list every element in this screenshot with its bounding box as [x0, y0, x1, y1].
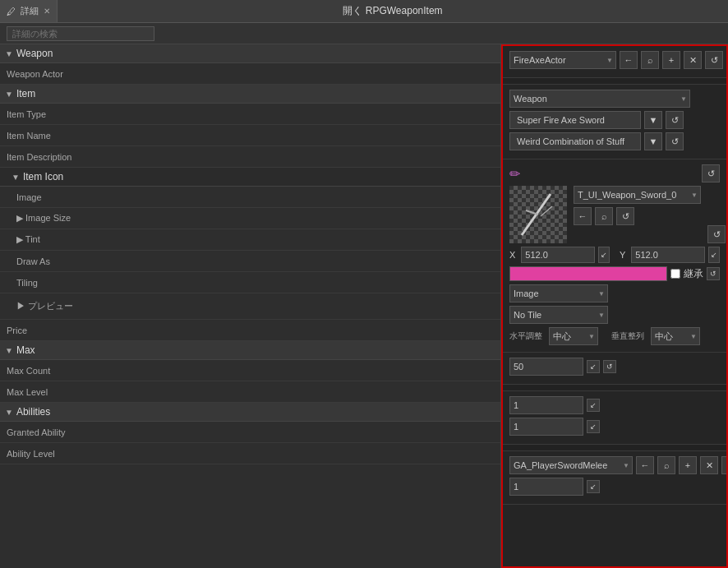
- detail-tab[interactable]: 🖊 詳細 ✕: [0, 0, 58, 22]
- granted-ability-add-button[interactable]: +: [679, 456, 697, 474]
- texture-dropdown-wrapper[interactable]: T_UI_Weapon_Sword_0: [574, 186, 701, 204]
- abilities-section: GA_PlayerSwordMelee ← ⌕ + ✕ ↺ ↙: [503, 451, 726, 505]
- tab-close-button[interactable]: ✕: [44, 7, 50, 16]
- price-label: Price: [7, 326, 171, 335]
- align-v-label: 垂直整列: [611, 330, 644, 342]
- item-name-label: Item Name: [7, 131, 171, 141]
- max-level-input[interactable]: [509, 418, 583, 436]
- search-bar: [0, 23, 728, 44]
- image-label: Image: [7, 192, 171, 202]
- ability-level-input[interactable]: [509, 478, 583, 496]
- texture-reset-button[interactable]: ↺: [616, 207, 634, 225]
- search-input[interactable]: [7, 26, 154, 41]
- align-v-dropdown[interactable]: 中心: [651, 327, 700, 345]
- price-control-row: ↙ ↺: [509, 358, 720, 376]
- granted-ability-clear-button[interactable]: ✕: [700, 456, 718, 474]
- svg-line-2: [541, 206, 552, 216]
- granted-ability-dropdown[interactable]: GA_PlayerSwordMelee: [509, 456, 633, 474]
- max-count-reset-button[interactable]: ↙: [587, 399, 600, 412]
- item-section-header[interactable]: ▼ Item: [0, 85, 500, 104]
- item-type-dropdown-wrapper[interactable]: Weapon: [509, 90, 690, 108]
- x-reset-button[interactable]: ↙: [598, 247, 610, 263]
- item-description-expand-button[interactable]: ▼: [644, 132, 662, 150]
- weapon-actor-row: Weapon Actor: [0, 63, 500, 85]
- item-type-label: Item Type: [7, 109, 171, 119]
- preview-label: ▶ プレビュー: [7, 300, 171, 312]
- item-description-reset-button[interactable]: ↺: [666, 132, 684, 150]
- item-description-row: Item Description: [0, 146, 500, 168]
- ability-level-reset-button[interactable]: ↙: [587, 480, 600, 493]
- tiling-dropdown-wrapper[interactable]: No Tile: [509, 306, 608, 324]
- max-arrow-icon: ▼: [5, 346, 13, 355]
- abilities-section-label: Abilities: [16, 406, 50, 418]
- item-type-dropdown[interactable]: Weapon: [509, 90, 690, 108]
- x-label: X: [509, 250, 518, 260]
- weapon-actor-dropdown[interactable]: FireAxeActor: [509, 51, 616, 69]
- granted-ability-dropdown-wrapper[interactable]: GA_PlayerSwordMelee: [509, 456, 633, 474]
- max-section-header[interactable]: ▼ Max: [0, 341, 500, 360]
- max-count-row: Max Count: [0, 360, 500, 381]
- draw-as-dropdown-wrapper[interactable]: Image: [509, 284, 608, 302]
- align-h-label: 水平調整: [509, 330, 542, 342]
- granted-ability-label: Granted Ability: [7, 427, 171, 437]
- price-restore-button[interactable]: ↺: [603, 360, 616, 373]
- left-panel: ▼ Weapon Weapon Actor ▼ Item Item Type I…: [0, 44, 501, 568]
- texture-back-button[interactable]: ←: [574, 207, 592, 225]
- divider-2: [503, 385, 726, 391]
- item-icon-section-label: Item Icon: [23, 171, 63, 182]
- max-count-input[interactable]: [509, 396, 583, 414]
- align-h-dropdown-wrapper[interactable]: 中心: [549, 327, 598, 345]
- tiling-dropdown[interactable]: No Tile: [509, 306, 608, 324]
- granted-ability-row: Granted Ability: [0, 422, 500, 443]
- item-name-reset-button[interactable]: ↺: [666, 111, 684, 129]
- max-level-control-row: ↙: [509, 418, 720, 436]
- item-name-value[interactable]: Super Fire Axe Sword: [509, 111, 641, 129]
- align-h-dropdown[interactable]: 中心: [549, 327, 598, 345]
- price-input[interactable]: [509, 358, 583, 376]
- item-type-control-row: Weapon: [509, 90, 720, 108]
- weapon-actor-search-button[interactable]: ⌕: [641, 51, 659, 69]
- xy-size-row: X ↙ Y ↙: [509, 247, 720, 263]
- weapon-actor-add-button[interactable]: +: [662, 51, 680, 69]
- draw-as-dropdown[interactable]: Image: [509, 284, 608, 302]
- title-bar: 🖊 詳細 ✕ 開く RPGWeaponItem: [0, 0, 728, 23]
- granted-ability-back-button[interactable]: ←: [636, 456, 654, 474]
- image-corner-reset-button[interactable]: ↺: [707, 225, 726, 243]
- x-size-input[interactable]: [521, 247, 595, 263]
- granted-ability-search-button[interactable]: ⌕: [657, 456, 675, 474]
- item-name-row: Item Name: [0, 125, 500, 146]
- window-title: 開く RPGWeaponItem: [58, 4, 728, 18]
- image-size-label: ▶ Image Size: [7, 213, 171, 224]
- item-type-section: Weapon Super Fire Axe Sword ▼ ↺ Weird Co…: [503, 85, 726, 159]
- texture-dropdown[interactable]: T_UI_Weapon_Sword_0: [574, 186, 701, 204]
- weapon-actor-clear-button[interactable]: ✕: [684, 51, 702, 69]
- abilities-section-header[interactable]: ▼ Abilities: [0, 403, 500, 422]
- inherit-checkbox[interactable]: [670, 269, 680, 279]
- tint-label: ▶ Tint: [7, 234, 171, 245]
- weapon-section-header[interactable]: ▼ Weapon: [0, 44, 500, 63]
- granted-ability-reset-button[interactable]: ↺: [721, 456, 728, 474]
- draw-as-row: Draw As: [0, 251, 500, 272]
- texture-search-button[interactable]: ⌕: [595, 207, 613, 225]
- weapon-actor-dropdown-wrapper[interactable]: FireAxeActor: [509, 51, 616, 69]
- tint-row: ▶ Tint: [0, 229, 500, 251]
- weapon-actor-back-button[interactable]: ←: [620, 51, 638, 69]
- granted-ability-control-row: GA_PlayerSwordMelee ← ⌕ + ✕ ↺: [509, 456, 720, 474]
- y-reset-button[interactable]: ↙: [708, 247, 720, 263]
- tint-reset-button[interactable]: ↺: [707, 267, 720, 280]
- item-description-label: Item Description: [7, 152, 171, 162]
- image-reset-small-button[interactable]: ↺: [702, 164, 720, 182]
- image-row: Image: [0, 187, 500, 208]
- tint-color-bar[interactable]: [509, 266, 667, 281]
- price-reset-button[interactable]: ↙: [587, 360, 600, 373]
- y-size-input[interactable]: [631, 247, 705, 263]
- align-v-dropdown-wrapper[interactable]: 中心: [651, 327, 700, 345]
- item-name-expand-button[interactable]: ▼: [644, 111, 662, 129]
- pencil-icon: ✏: [509, 166, 520, 182]
- weapon-actor-reset-button[interactable]: ↺: [705, 51, 723, 69]
- item-icon-section-header[interactable]: ▼ Item Icon: [0, 168, 500, 187]
- item-description-value[interactable]: Weird Combination of Stuff: [509, 132, 641, 150]
- y-label: Y: [620, 250, 628, 260]
- max-level-reset-button[interactable]: ↙: [587, 420, 600, 433]
- item-description-control-row: Weird Combination of Stuff ▼ ↺: [509, 132, 720, 150]
